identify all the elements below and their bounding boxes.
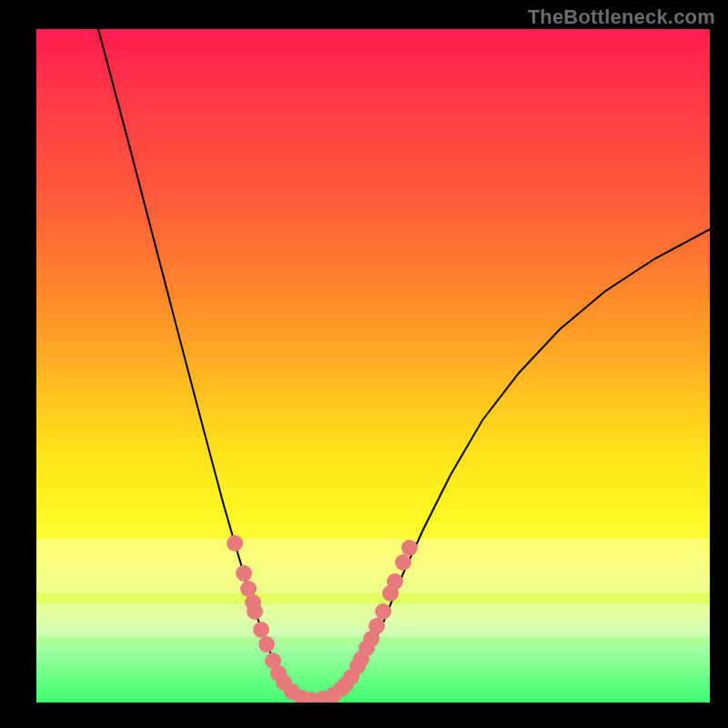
bottleneck-curve — [98, 29, 710, 701]
curve-marker — [387, 573, 403, 590]
curve-marker — [395, 554, 411, 571]
chart-frame: TheBottleneck.com — [0, 0, 728, 728]
curve-marker — [369, 618, 385, 634]
chart-plot-area — [36, 29, 710, 703]
curve-marker — [247, 603, 263, 620]
curve-layer — [36, 29, 710, 703]
curve-marker — [375, 603, 391, 620]
curve-marker — [236, 565, 252, 581]
curve-marker — [258, 636, 275, 652]
watermark-text: TheBottleneck.com — [528, 5, 715, 29]
curve-marker — [253, 622, 269, 638]
curve-marker — [227, 535, 243, 551]
marker-group — [227, 535, 418, 703]
curve-marker — [401, 540, 418, 556]
